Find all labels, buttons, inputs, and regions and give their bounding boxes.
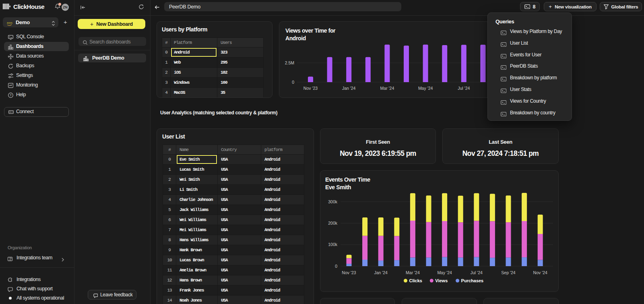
svg-text:Mar '24: Mar '24 — [380, 86, 394, 91]
svg-text:May '24: May '24 — [437, 270, 452, 275]
svg-text:Sep '24: Sep '24 — [501, 270, 515, 275]
svg-text:?: ? — [10, 93, 12, 97]
svg-text:Nov '23: Nov '23 — [303, 86, 318, 91]
svg-text:100k: 100k — [328, 242, 338, 247]
svg-text:aws: aws — [7, 21, 12, 25]
svg-text:Clicks: Clicks — [409, 278, 422, 283]
svg-text:Nov '23: Nov '23 — [342, 270, 356, 275]
svg-text:Jan '24: Jan '24 — [342, 86, 356, 91]
svg-text:2.5M: 2.5M — [285, 60, 294, 65]
svg-text:0: 0 — [335, 264, 337, 269]
svg-text:Views: Views — [435, 278, 448, 283]
svg-text:300k: 300k — [328, 199, 338, 204]
svg-text:Jan '24: Jan '24 — [374, 270, 388, 275]
svg-text:Purchases: Purchases — [461, 278, 484, 283]
svg-text:Mar '24: Mar '24 — [406, 270, 420, 275]
svg-text:Jul '24: Jul '24 — [471, 270, 483, 275]
svg-text:200k: 200k — [328, 221, 338, 225]
svg-text:Jul '24: Jul '24 — [458, 86, 470, 91]
svg-text:Nov '24: Nov '24 — [533, 270, 547, 275]
svg-text:0: 0 — [292, 80, 294, 85]
svg-text:May '24: May '24 — [418, 86, 433, 91]
